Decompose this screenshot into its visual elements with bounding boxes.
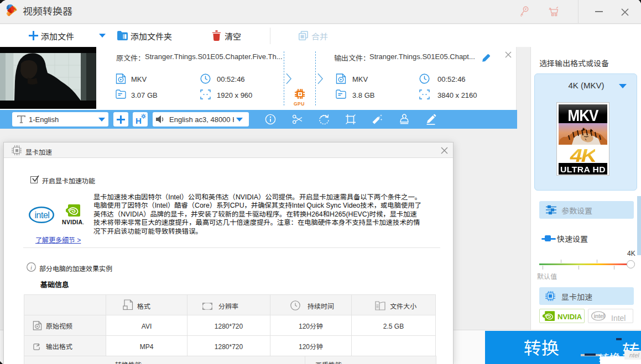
svg-text:intel: intel xyxy=(594,313,605,319)
svg-text:i: i xyxy=(30,264,32,271)
svg-text:intel: intel xyxy=(35,210,50,220)
